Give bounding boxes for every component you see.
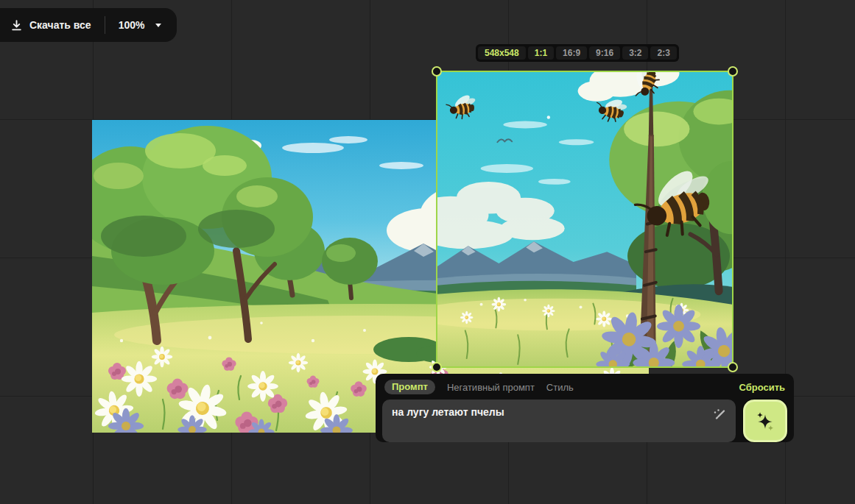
generated-image[interactable] (437, 72, 732, 366)
enhance-prompt-button[interactable] (710, 405, 729, 425)
download-all-button[interactable]: Скачать все (10, 19, 91, 32)
canvas-stage[interactable]: Скачать все 100% 548x548 1:1 16:9 9:16 3… (0, 0, 855, 504)
zoom-dropdown[interactable]: 100% (119, 19, 163, 31)
wand-icon (711, 407, 728, 423)
aspect-ratio-bar: 548x548 1:1 16:9 9:16 3:2 2:3 (476, 44, 679, 62)
ratio-option-1-1[interactable]: 1:1 (528, 46, 554, 60)
toolbar-divider (105, 16, 105, 34)
ratio-option-9-16[interactable]: 9:16 (589, 46, 620, 60)
selection-handle-bottom-left[interactable] (432, 362, 442, 372)
ratio-option-3-2[interactable]: 3:2 (622, 46, 648, 60)
tab-style[interactable]: Стиль (546, 382, 574, 393)
prompt-input[interactable]: на лугу летают пчелы (382, 400, 736, 442)
prompt-value: на лугу летают пчелы (392, 406, 703, 419)
sparkles-icon (754, 410, 776, 432)
download-all-label: Скачать все (29, 19, 91, 31)
selection-size-field[interactable]: 548x548 (478, 46, 526, 60)
reset-button[interactable]: Сбросить (739, 382, 785, 393)
selection-region[interactable] (436, 71, 733, 368)
selection-handle-top-left[interactable] (432, 66, 442, 77)
caret-down-icon (155, 23, 162, 28)
prompt-panel: Промпт Негативный промпт Стиль Сбросить … (376, 374, 794, 442)
prompt-input-row: на лугу летают пчелы (382, 400, 787, 442)
ratio-option-2-3[interactable]: 2:3 (650, 46, 676, 60)
download-icon (10, 19, 23, 32)
download-toolbar: Скачать все 100% (0, 8, 177, 42)
prompt-tabs: Промпт Негативный промпт Стиль Сбросить (382, 379, 787, 395)
selection-handle-bottom-right[interactable] (728, 362, 738, 372)
tab-negative-prompt[interactable]: Негативный промпт (447, 382, 535, 393)
generate-button[interactable] (743, 400, 787, 442)
ratio-option-16-9[interactable]: 16:9 (556, 46, 587, 60)
zoom-value: 100% (119, 19, 145, 31)
tab-prompt[interactable]: Промпт (384, 380, 435, 394)
selection-handle-top-right[interactable] (728, 66, 738, 77)
